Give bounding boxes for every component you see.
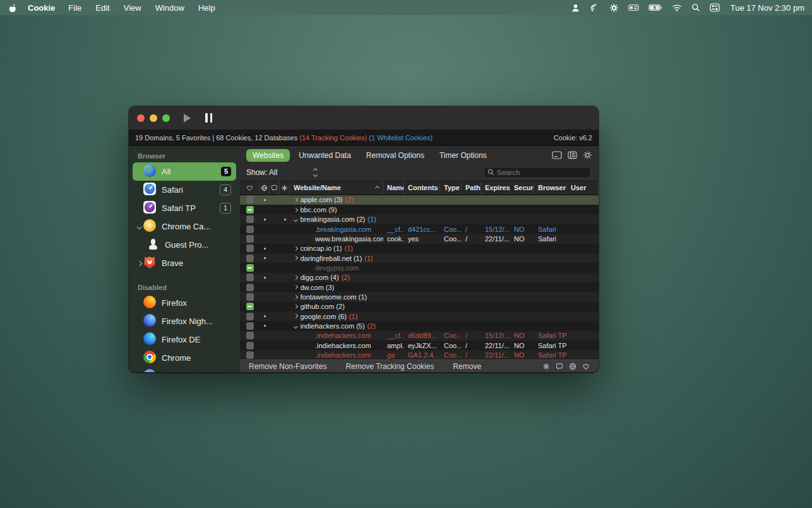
disclosure-chevron-icon[interactable] bbox=[294, 217, 297, 221]
table-row[interactable]: daringfireball.net (1)(1) bbox=[240, 253, 599, 263]
col-globe-icon[interactable] bbox=[260, 181, 270, 195]
show-filter-label[interactable]: Show: All bbox=[246, 168, 277, 177]
menu-item-file[interactable]: File bbox=[61, 3, 88, 13]
search-input[interactable]: Search bbox=[484, 167, 591, 178]
sidebar-item-guest-pro[interactable]: Guest Pro... bbox=[133, 236, 236, 254]
remove-tracking-cookies-button[interactable]: Remove Tracking Cookies bbox=[345, 362, 434, 371]
close-window-button[interactable] bbox=[137, 114, 145, 122]
table-row[interactable]: coincap.io (1)(1) bbox=[240, 244, 599, 253]
sidebar-item-firefox-nigh[interactable]: Firefox Nigh... bbox=[133, 312, 236, 330]
disclosure-chevron-icon[interactable] bbox=[294, 324, 297, 328]
disclosure-chevron-icon[interactable] bbox=[294, 314, 297, 318]
flag-icon[interactable] bbox=[556, 363, 563, 370]
sidebar-item-unknown-blue[interactable] bbox=[133, 367, 236, 372]
row-checkbox[interactable] bbox=[246, 196, 254, 203]
table-row[interactable]: .breakingasia.com__cf...d421cc...Coo.../… bbox=[240, 224, 599, 234]
col-path[interactable]: Path bbox=[462, 181, 481, 195]
table-row[interactable]: www.breakingasia.comcook...yesCoo.../22/… bbox=[240, 234, 599, 243]
row-checkbox[interactable] bbox=[246, 245, 254, 252]
col-contents[interactable]: Contents bbox=[404, 181, 440, 195]
table-row[interactable]: .indiehackers.com__cf...d6dd89...Coo.../… bbox=[240, 331, 599, 341]
list-view-icon[interactable] bbox=[568, 151, 577, 159]
table-row[interactable]: indiehackers.com (5)(2) bbox=[240, 321, 599, 330]
play-icon[interactable] bbox=[184, 114, 191, 123]
col-name[interactable]: Name bbox=[383, 181, 404, 195]
table-row[interactable]: devgypsy.com bbox=[240, 263, 599, 272]
row-checkbox[interactable] bbox=[246, 322, 254, 330]
globe-icon[interactable] bbox=[569, 363, 576, 370]
remove-button[interactable]: Remove bbox=[453, 362, 481, 371]
apple-menu-icon[interactable] bbox=[8, 3, 18, 13]
tab-removal-options[interactable]: Removal Options bbox=[360, 149, 431, 162]
sidebar-item-safari-tp[interactable]: Safari TP1 bbox=[133, 199, 236, 217]
row-checkbox[interactable] bbox=[246, 342, 254, 349]
table-row[interactable]: fontawesome.com (1) bbox=[240, 292, 599, 301]
disclosure-chevron-icon[interactable] bbox=[135, 262, 143, 265]
keyboard-icon[interactable] bbox=[628, 3, 639, 12]
tab-unwanted-data[interactable]: Unwanted Data bbox=[292, 149, 357, 162]
signal-arcs-icon[interactable] bbox=[590, 3, 600, 13]
disclosure-chevron-icon[interactable] bbox=[294, 198, 297, 202]
remove-non-favorites-button[interactable]: Remove Non-Favorites bbox=[249, 362, 326, 371]
row-checkbox[interactable] bbox=[246, 215, 254, 223]
disclosure-chevron-icon[interactable] bbox=[294, 256, 297, 260]
heart-icon[interactable] bbox=[582, 363, 590, 370]
table-row[interactable]: apple.com (3)(2) bbox=[240, 195, 599, 205]
gear-icon[interactable] bbox=[609, 3, 619, 13]
wifi-icon[interactable] bbox=[672, 4, 682, 12]
user-icon[interactable] bbox=[571, 3, 580, 13]
window-titlebar[interactable] bbox=[129, 106, 599, 130]
col-expires[interactable]: Expires bbox=[481, 181, 510, 195]
active-app-name[interactable]: Cookie bbox=[28, 3, 55, 13]
sidebar-item-brave[interactable]: Brave bbox=[133, 254, 236, 272]
sidebar-item-all[interactable]: All5 bbox=[133, 162, 236, 181]
sidebar-item-chrome-ca[interactable]: Chrome Ca... bbox=[133, 217, 236, 236]
row-checkbox[interactable] bbox=[246, 255, 254, 262]
row-checkbox[interactable] bbox=[246, 293, 254, 301]
table-row[interactable]: bbc.com (9) bbox=[240, 205, 599, 214]
table-row[interactable]: breakingasia.com (2)(1) bbox=[240, 214, 599, 224]
disclosure-chevron-icon[interactable] bbox=[294, 295, 297, 299]
col-snowflake-icon[interactable] bbox=[280, 181, 290, 195]
col-secure[interactable]: Secure bbox=[510, 181, 534, 195]
table-row[interactable]: google.com (6)(1) bbox=[240, 311, 599, 321]
col-browser[interactable]: Browser bbox=[534, 181, 567, 195]
disclosure-chevron-icon[interactable] bbox=[294, 305, 297, 308]
table-row[interactable]: .indiehackers.comgaGA1.2.4...Coo.../22/1… bbox=[240, 350, 599, 360]
disclosure-chevron-icon[interactable] bbox=[294, 285, 297, 289]
pause-icon[interactable] bbox=[205, 113, 212, 123]
sidebar-item-safari[interactable]: Safari4 bbox=[133, 181, 236, 199]
col-website-name[interactable]: Website/Name bbox=[290, 181, 383, 195]
table-row[interactable]: digg.com (4)(2) bbox=[240, 273, 599, 282]
menu-item-window[interactable]: Window bbox=[148, 3, 191, 13]
sidebar-item-chrome[interactable]: Chrome bbox=[133, 349, 236, 367]
row-checkbox[interactable] bbox=[246, 264, 254, 272]
row-checkbox[interactable] bbox=[246, 303, 254, 310]
col-flag-icon[interactable] bbox=[270, 181, 280, 195]
row-checkbox[interactable] bbox=[246, 226, 254, 233]
row-checkbox[interactable] bbox=[246, 351, 254, 359]
minimize-window-button[interactable] bbox=[150, 114, 157, 122]
settings-icon[interactable] bbox=[583, 150, 592, 160]
disclosure-chevron-icon[interactable] bbox=[135, 225, 143, 229]
row-checkbox[interactable] bbox=[246, 332, 254, 339]
menu-item-help[interactable]: Help bbox=[191, 3, 222, 13]
sidebar-item-firefox-de[interactable]: Firefox DE bbox=[133, 330, 236, 349]
control-center-icon[interactable] bbox=[710, 3, 720, 12]
col-heart-icon[interactable] bbox=[240, 181, 260, 195]
col-type[interactable]: Type bbox=[440, 181, 462, 195]
row-checkbox[interactable] bbox=[246, 274, 254, 281]
disclosure-chevron-icon[interactable] bbox=[294, 275, 297, 279]
row-checkbox[interactable] bbox=[246, 284, 254, 291]
disclosure-chevron-icon[interactable] bbox=[294, 246, 297, 250]
tab-websites[interactable]: Websites bbox=[246, 149, 290, 162]
sidebar-item-firefox[interactable]: Firefox bbox=[133, 294, 236, 312]
menu-item-view[interactable]: View bbox=[117, 3, 148, 13]
table-row[interactable]: .indiehackers.comampl...eyJkZX...Coo.../… bbox=[240, 341, 599, 350]
disclosure-chevron-icon[interactable] bbox=[294, 208, 297, 212]
row-checkbox[interactable] bbox=[246, 313, 254, 320]
table-row[interactable]: dw.com (3) bbox=[240, 282, 599, 292]
menu-bar-clock[interactable]: Tue 17 Nov 2:30 pm bbox=[731, 3, 804, 13]
show-filter-stepper[interactable] bbox=[314, 169, 317, 176]
row-checkbox[interactable] bbox=[246, 206, 254, 214]
